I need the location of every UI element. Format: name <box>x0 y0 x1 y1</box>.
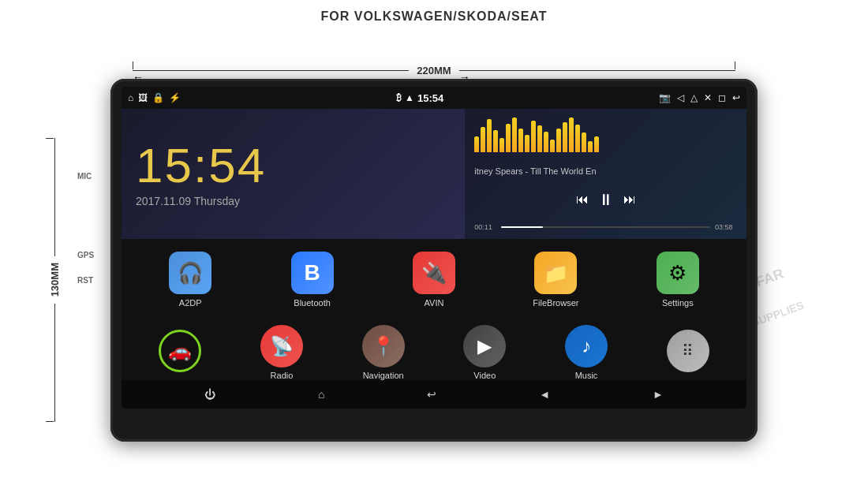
label-gps: GPS <box>77 251 94 259</box>
radio-icon: 📡 <box>260 325 303 367</box>
a2dp-icon: 🎧 <box>169 252 211 294</box>
app-video[interactable]: ▶ Video <box>434 320 536 383</box>
bottom-app-row: 🚗 📡 Radio 📍 Navigation ▶ Video ♪ Music <box>122 317 746 386</box>
status-bar: ⌂ 🖼 🔒 ⚡ ₿ ▲ 15:54 📷 ◁ △ ✕ ◻ ↩ <box>122 87 746 109</box>
wifi-icon: ▲ <box>405 92 414 103</box>
prev-button[interactable]: ⏮ <box>576 192 589 207</box>
nav-bar: ⏻ ⌂ ↩ ◄ ► <box>122 380 746 409</box>
status-icons-right: 📷 ◁ △ ✕ ◻ ↩ <box>659 92 740 103</box>
a2dp-label: A2DP <box>179 298 202 308</box>
eq-bar <box>588 141 593 152</box>
volume-icon: ◁ <box>677 92 684 103</box>
dim-arrow-left <box>133 70 409 71</box>
eq-bar <box>512 118 517 152</box>
eject-icon: △ <box>690 92 698 103</box>
avin-label: AVIN <box>425 298 444 308</box>
dimension-width: 220MM <box>133 65 735 76</box>
dim-height-label: 130MM <box>49 256 61 303</box>
settings-label: Settings <box>662 298 694 308</box>
app-settings[interactable]: ⚙ Settings <box>617 245 739 311</box>
device-shell: ⌂ 🖼 🔒 ⚡ ₿ ▲ 15:54 📷 ◁ △ ✕ ◻ ↩ <box>110 79 758 442</box>
nav-label: Navigation <box>363 371 404 380</box>
app-filebrowser[interactable]: 📁 FileBrowser <box>495 245 616 311</box>
progress-bar[interactable] <box>501 226 710 228</box>
music-icon: ♪ <box>565 325 608 367</box>
eq-bar <box>481 127 485 152</box>
nav-icon: 📍 <box>362 325 405 367</box>
app-car[interactable]: 🚗 <box>129 320 231 383</box>
back-button[interactable]: ↩ <box>427 388 436 401</box>
eq-bar <box>575 125 580 152</box>
status-icons-left: ⌂ 🖼 🔒 ⚡ <box>128 92 181 103</box>
eq-bar <box>594 136 599 152</box>
eq-bar <box>474 136 479 152</box>
lock-icon: 🔒 <box>152 92 164 103</box>
dimension-height: 130MM <box>49 138 61 422</box>
eq-bar <box>499 138 504 152</box>
page-title: FOR VOLKSWAGEN/SKODA/SEAT <box>0 0 868 28</box>
music-controls[interactable]: ⏮ ⏸ ⏭ <box>474 191 737 209</box>
eq-bar <box>550 140 555 152</box>
filebrowser-label: FileBrowser <box>533 298 578 308</box>
eq-bar <box>569 118 574 152</box>
eq-bar <box>525 135 529 152</box>
watermark2: SUPPLIES <box>750 299 806 330</box>
eq-bar <box>531 121 536 152</box>
status-time: 15:54 <box>417 92 443 104</box>
video-icon: ▶ <box>463 325 506 367</box>
video-label: Video <box>473 371 496 380</box>
music-title: itney Spears - Till The World En <box>474 166 737 176</box>
eq-bar <box>563 122 567 152</box>
home-icon: ⌂ <box>128 92 133 103</box>
app-navigation[interactable]: 📍 Navigation <box>332 320 434 383</box>
power-button[interactable]: ⏻ <box>204 388 215 401</box>
eq-bar <box>544 132 548 152</box>
filebrowser-icon: 📁 <box>534 252 577 294</box>
vol-down-button[interactable]: ◄ <box>539 388 550 401</box>
eq-bar <box>582 132 586 152</box>
equalizer <box>474 117 737 152</box>
eq-bar <box>506 124 511 152</box>
eq-bar <box>493 130 498 152</box>
bluetooth-icon: ₿ <box>396 92 402 103</box>
play-button[interactable]: ⏸ <box>598 191 614 209</box>
radio-label: Radio <box>271 371 294 380</box>
bluetooth-label: Bluetooth <box>294 298 330 308</box>
usb-icon: ⚡ <box>169 92 181 103</box>
app-avin[interactable]: 🔌 AVIN <box>373 245 495 311</box>
eq-bar <box>487 119 492 152</box>
android-icon: ◻ <box>718 92 726 103</box>
device-screen: ⌂ 🖼 🔒 ⚡ ₿ ▲ 15:54 📷 ◁ △ ✕ ◻ ↩ <box>122 87 746 409</box>
eq-bar <box>518 129 523 152</box>
dim-line-v-bottom <box>54 304 55 422</box>
image-icon: 🖼 <box>138 92 148 103</box>
home-button[interactable]: ⌂ <box>318 388 324 401</box>
next-button[interactable]: ⏭ <box>623 192 636 207</box>
clock-widget: 15:54 2017.11.09 Thursday <box>122 109 465 239</box>
app-grid: 🎧 A2DP B Bluetooth 🔌 AVIN 📁 FileBrowser … <box>122 239 746 317</box>
app-music[interactable]: ♪ Music <box>536 320 638 383</box>
avin-icon: 🔌 <box>413 252 455 294</box>
camera-icon: 📷 <box>659 92 671 103</box>
back-icon: ↩ <box>732 92 740 103</box>
car-icon: 🚗 <box>159 330 201 372</box>
app-radio[interactable]: 📡 Radio <box>231 320 333 383</box>
music-widget: itney Spears - Till The World En ⏮ ⏸ ⏭ 0… <box>465 109 746 239</box>
vol-up-button[interactable]: ► <box>653 388 664 401</box>
app-bluetooth[interactable]: B Bluetooth <box>251 245 372 311</box>
eq-bar <box>556 129 561 152</box>
bluetooth-app-icon: B <box>291 252 334 294</box>
more-icon: ⠿ <box>667 330 709 372</box>
dim-arrow-right <box>459 70 735 71</box>
clock-date: 2017.11.09 Thursday <box>136 195 451 207</box>
label-rst: RST <box>77 276 93 285</box>
dim-width-label: 220MM <box>409 65 458 76</box>
screen-content: 15:54 2017.11.09 Thursday <box>122 109 746 380</box>
progress-row: 00:11 03:58 <box>474 223 737 231</box>
progress-fill <box>501 226 543 228</box>
time-current: 00:11 <box>474 223 496 231</box>
close-icon: ✕ <box>704 92 712 103</box>
label-mic: MIC <box>77 172 92 181</box>
app-more[interactable]: ⠿ <box>637 320 739 383</box>
app-a2dp[interactable]: 🎧 A2DP <box>129 245 251 311</box>
